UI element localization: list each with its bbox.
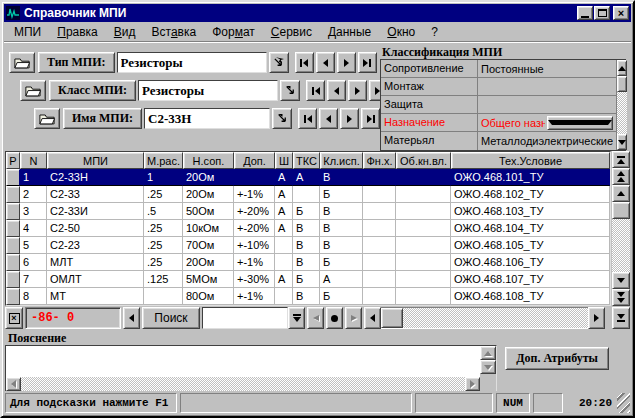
scroll-up-button[interactable] bbox=[480, 346, 496, 360]
menu-item-Данные[interactable]: Данные bbox=[320, 23, 379, 41]
step-back-button[interactable] bbox=[123, 307, 140, 329]
column-header-N: N bbox=[20, 152, 47, 169]
lookup-button[interactable] bbox=[272, 108, 292, 129]
menu-item-Окно[interactable]: Окно bbox=[379, 23, 423, 41]
cell bbox=[363, 186, 396, 203]
maximize-button[interactable] bbox=[594, 6, 610, 20]
scroll-left-button[interactable] bbox=[364, 307, 381, 329]
scroll-down-button[interactable] bbox=[480, 360, 496, 374]
first-button[interactable] bbox=[295, 52, 314, 73]
search-bottom-button[interactable] bbox=[288, 307, 305, 329]
scroll-thumb[interactable] bbox=[612, 202, 630, 219]
close-button[interactable]: × bbox=[613, 6, 629, 20]
resize-grip[interactable] bbox=[617, 393, 630, 413]
filter-toggle-button[interactable]: × bbox=[5, 307, 23, 329]
classification-value[interactable] bbox=[478, 78, 616, 95]
menu-item-Сервис[interactable]: Сервис bbox=[263, 23, 320, 41]
last-button[interactable] bbox=[358, 52, 377, 73]
first-button[interactable] bbox=[306, 80, 325, 101]
table-row[interactable]: 2С2-33.2520Ом+-1%АБОЖО.468.102_ТУ bbox=[6, 186, 610, 203]
classification-value[interactable]: Постоянные bbox=[478, 60, 616, 77]
column-header-Ш: Ш bbox=[275, 152, 293, 169]
prior-match-button[interactable] bbox=[307, 307, 324, 329]
next-icon bbox=[347, 115, 352, 123]
row-indicator bbox=[6, 186, 20, 203]
last-button[interactable] bbox=[361, 108, 380, 129]
scroll-track[interactable] bbox=[381, 307, 588, 329]
classification-value-text: Металлодиэлектрические bbox=[481, 135, 613, 147]
scroll-track[interactable] bbox=[612, 219, 630, 272]
additional-attributes-button[interactable]: Доп. Атрибуты bbox=[505, 347, 609, 370]
last-record-icon bbox=[617, 314, 625, 322]
scroll-down-button[interactable] bbox=[617, 134, 627, 150]
current-record-button[interactable] bbox=[326, 307, 343, 329]
prev-button[interactable] bbox=[327, 80, 346, 101]
scroll-thumb[interactable] bbox=[381, 308, 403, 328]
last-record-button[interactable] bbox=[612, 307, 630, 329]
title-bar[interactable]: Справочник МПИ × bbox=[4, 4, 631, 22]
first-icon-tri bbox=[307, 115, 312, 123]
scroll-track[interactable] bbox=[617, 92, 627, 134]
class-navigator bbox=[304, 80, 388, 101]
grid-header: РNМПИМ.рас.Н.соп.Доп.ШТКСКл.исп.Фн.х.Об.… bbox=[6, 152, 610, 169]
next-button[interactable] bbox=[340, 108, 359, 129]
prev-button[interactable] bbox=[316, 52, 335, 73]
class-mpi-button[interactable]: Класс МПИ: bbox=[49, 80, 136, 101]
name-mpi-input[interactable] bbox=[144, 108, 270, 129]
cell: В bbox=[320, 220, 363, 237]
menu-item-Вставка[interactable]: Вставка bbox=[144, 23, 205, 41]
folder-open-button[interactable] bbox=[9, 52, 35, 73]
first-record-button[interactable] bbox=[612, 151, 630, 168]
classification-value[interactable] bbox=[478, 96, 616, 113]
scroll-right-button[interactable] bbox=[588, 307, 605, 329]
type-mpi-button[interactable]: Тип МПИ: bbox=[38, 52, 115, 73]
prev-button[interactable] bbox=[319, 108, 338, 129]
table-row[interactable]: 8МТ80Ом+-1%ВБОЖО.468.108_ТУ bbox=[6, 288, 610, 305]
right-icon bbox=[470, 380, 475, 388]
name-mpi-button[interactable]: Имя МПИ: bbox=[63, 108, 142, 129]
next-button[interactable] bbox=[348, 80, 367, 101]
jump-arrow-icon bbox=[277, 113, 288, 124]
cell: В bbox=[320, 169, 363, 186]
folder-open-button[interactable] bbox=[34, 108, 60, 129]
lookup-button[interactable] bbox=[280, 80, 300, 101]
table-row[interactable]: 7ОМЛТ.1255МОм+-30%АБАОЖО.468.107_ТУ bbox=[6, 271, 610, 288]
cell: ОМЛТ bbox=[47, 271, 144, 288]
note-textarea[interactable] bbox=[6, 346, 480, 377]
next-match-button[interactable] bbox=[345, 307, 362, 329]
scroll-thumb[interactable] bbox=[617, 76, 627, 92]
scroll-right-button[interactable] bbox=[465, 377, 480, 391]
menu-item-МПИ[interactable]: МПИ bbox=[6, 23, 49, 41]
classification-value[interactable]: Общего назначения bbox=[478, 114, 616, 131]
scroll-down-button[interactable] bbox=[612, 272, 630, 289]
menu-item-?[interactable]: ? bbox=[423, 23, 446, 41]
cell: МТ bbox=[47, 288, 144, 305]
scroll-up-button[interactable] bbox=[612, 185, 630, 202]
table-row[interactable]: 3С2-33И.550Ом+-20%АБВОЖО.468.103_ТУ bbox=[6, 203, 610, 220]
table-row[interactable]: 6МЛТ.2520Ом+-1%ВБОЖО.468.106_ТУ bbox=[6, 254, 610, 271]
first-button[interactable] bbox=[298, 108, 317, 129]
fast-next-button[interactable] bbox=[612, 289, 630, 306]
classification-label: Сопротивление bbox=[381, 60, 478, 77]
type-mpi-input[interactable] bbox=[117, 52, 267, 73]
scroll-left-button[interactable] bbox=[6, 377, 21, 391]
fast-prev-button[interactable] bbox=[612, 168, 630, 185]
menu-item-Вид[interactable]: Вид bbox=[106, 23, 144, 41]
folder-open-button[interactable] bbox=[20, 80, 46, 101]
table-row[interactable]: 1С2-33Н120ОмААВОЖО.468.101_ТУ bbox=[6, 169, 610, 186]
cell: А bbox=[275, 169, 293, 186]
scroll-track[interactable] bbox=[21, 377, 465, 391]
menu-item-Формат[interactable]: Формат bbox=[204, 23, 263, 41]
table-row[interactable]: 4С2-50.2510кОм+-20%АВВОЖО.468.104_ТУ bbox=[6, 220, 610, 237]
dropdown-button[interactable] bbox=[547, 116, 613, 130]
search-input[interactable] bbox=[202, 307, 288, 329]
classification-value[interactable]: Металлодиэлектрические bbox=[478, 132, 616, 150]
scroll-up-button[interactable] bbox=[617, 60, 627, 76]
menu-item-Правка[interactable]: Правка bbox=[49, 23, 106, 41]
minimize-button[interactable] bbox=[577, 6, 593, 20]
next-button[interactable] bbox=[337, 52, 356, 73]
table-row[interactable]: 5С2-23.2570Ом+-10%ВВОЖО.468.105_ТУ bbox=[6, 237, 610, 254]
search-button[interactable]: Поиск bbox=[142, 307, 200, 329]
lookup-button[interactable] bbox=[269, 52, 289, 73]
class-mpi-input[interactable] bbox=[138, 80, 278, 101]
